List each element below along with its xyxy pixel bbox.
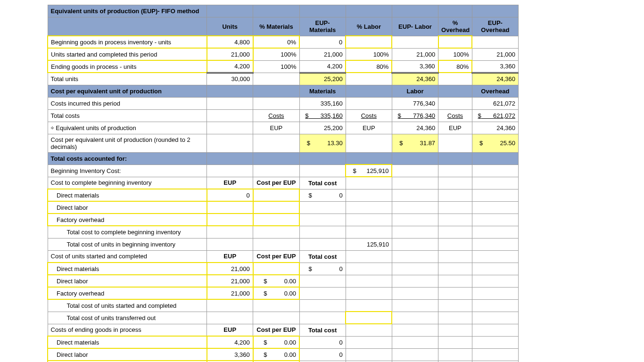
row-started-compl-hdr: Cost of units started and completed EUP …	[48, 250, 519, 263]
row-total-costs: Total costs Costs $ 335,160 Costs $ 776,…	[48, 109, 519, 122]
row-tot-beg-inv: Total cost of units in beginning invento…	[48, 238, 519, 250]
row-compl-beg-hdr: Cost to complete beginning inventory EUP…	[48, 177, 519, 189]
row-costs-incurred: Costs incurred this period 335,160 776,3…	[48, 97, 519, 109]
row-cost-per-eup: Cost per equivalent unit of production (…	[48, 134, 519, 152]
hdr-units: Units	[207, 17, 253, 36]
row-dl: Direct labor	[48, 201, 519, 214]
row-cpeu-header: Cost per equivalent unit of production M…	[48, 85, 519, 97]
row-tot-transferred: Total cost of units transferred out	[48, 312, 519, 324]
row-end-goods-hdr: Costs of ending goods in process EUP Cos…	[48, 324, 519, 336]
row-edm: Direct materials 4,200 $ 0.00 0	[48, 336, 519, 348]
hdr-eup-lab: EUP- Labor	[392, 17, 438, 36]
header-row: Units % Materials EUP- Materials % Labor…	[48, 17, 519, 36]
row-beg-inv: Beginning goods in process inventory - u…	[48, 36, 519, 48]
row-ending: Ending goods in process - units 4,200 10…	[48, 60, 519, 73]
row-total-units: Total units 30,000 25,200 24,360 24,360	[48, 73, 519, 85]
hdr-eup-mat: EUP- Materials	[299, 17, 346, 36]
row-acct-header: Total costs accounted for:	[48, 152, 519, 165]
title-row: Equivalent units of production (EUP)- FI…	[48, 5, 519, 17]
hdr-pct-mat: % Materials	[253, 17, 299, 36]
row-sdm: Direct materials 21,000 $ 0	[48, 263, 519, 275]
row-tot-compl-beg: Total cost to complete beginning invento…	[48, 226, 519, 238]
hdr-pct-oh: % Overhead	[438, 17, 472, 36]
row-edl: Direct labor 3,360 $ 0.00 0	[48, 348, 519, 361]
row-foh: Factory overhead	[48, 214, 519, 226]
title: Equivalent units of production (EUP)- FI…	[48, 5, 207, 17]
hdr-eup-oh: EUP- Overhead	[472, 17, 518, 36]
row-sfoh: Factory overhead 21,000 $ 0.00	[48, 287, 519, 299]
hdr-pct-lab: % Labor	[346, 17, 392, 36]
row-beg-cost: Beginning Inventory Cost: $ 125,910	[48, 165, 519, 177]
row-started: Units started and completed this period …	[48, 48, 519, 60]
row-sdl: Direct labor 21,000 $ 0.00	[48, 275, 519, 287]
row-tot-started: Total cost of units started and complete…	[48, 299, 519, 312]
row-dm: Direct materials 0 $ 0	[48, 189, 519, 201]
row-div-eup: ÷ Equivalent units of production EUP 25,…	[48, 122, 519, 134]
fifo-eup-table: Equivalent units of production (EUP)- FI…	[47, 5, 519, 362]
